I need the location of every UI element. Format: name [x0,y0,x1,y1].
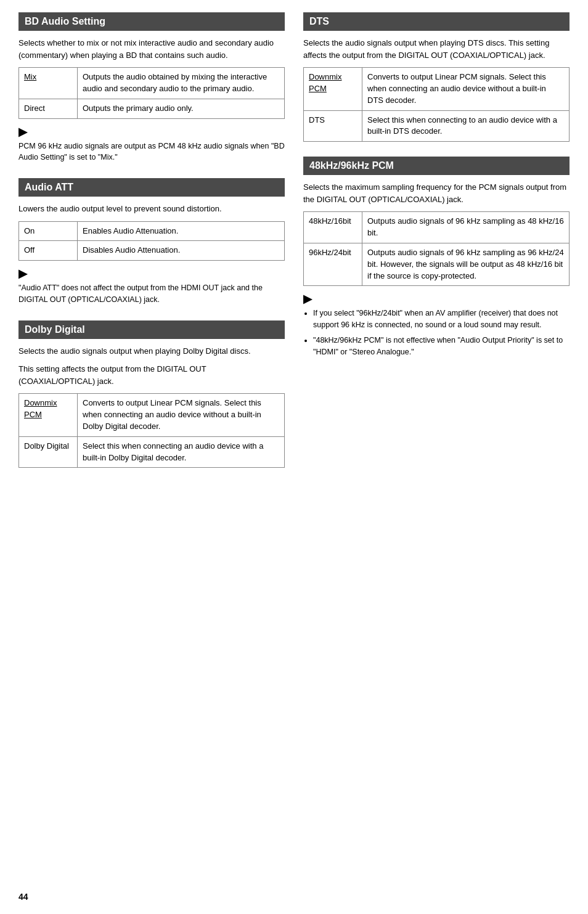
table-row: DTS Select this when connecting to an au… [304,110,570,142]
left-column: BD Audio Setting Selects whether to mix … [18,12,285,483]
option-dolby-digital-desc: Select this when connecting an audio dev… [78,436,285,468]
pcm-bullet-list: If you select "96kHz/24bit" when an AV a… [313,308,570,357]
dts-header: DTS [303,12,570,31]
option-48khz-desc: Outputs audio signals of 96 kHz sampling… [362,212,570,243]
option-direct: Direct [19,99,78,118]
note-icon: ▶ [18,125,285,139]
audio-att-table: On Enables Audio Attenuation. Off Disabl… [18,221,285,261]
option-off: Off [19,241,78,261]
note-icon: ▶ [303,292,570,306]
option-on-desc: Enables Audio Attenuation. [78,221,285,241]
pcm-header: 48kHz/96kHz PCM [303,157,570,175]
option-96khz-desc: Outputs audio signals of 96 kHz sampling… [362,243,570,286]
table-row: Downmix PCM Converts to output Linear PC… [304,68,570,111]
bd-audio-table: Mix Outputs the audio obtained by mixing… [18,67,285,119]
table-row: 48kHz/16bit Outputs audio signals of 96 … [304,212,570,243]
option-downmix-pcm-dts-desc: Converts to output Linear PCM signals. S… [362,68,570,111]
table-row: Downmix PCM Converts to output Linear PC… [19,394,285,437]
dolby-digital-section: Dolby Digital Selects the audio signals … [18,320,285,468]
option-dolby-digital: Dolby Digital [19,436,78,468]
option-96khz: 96kHz/24bit [304,243,362,286]
option-dts-desc: Select this when connecting to an audio … [362,110,570,142]
note-text: PCM 96 kHz audio signals are output as P… [18,142,285,162]
option-mix-desc: Outputs the audio obtained by mixing the… [78,68,285,99]
page-number: 44 [18,892,28,902]
dts-desc: Selects the audio signals output when pl… [303,37,570,61]
option-downmix-pcm-dts: Downmix PCM [304,68,362,111]
table-row: 96kHz/24bit Outputs audio signals of 96 … [304,243,570,286]
option-48khz: 48kHz/16bit [304,212,362,243]
bd-audio-section: BD Audio Setting Selects whether to mix … [18,12,285,163]
table-row: Off Disables Audio Attenuation. [19,241,285,261]
audio-att-desc: Lowers the audio output level to prevent… [18,203,285,215]
option-downmix-pcm-desc: Converts to output Linear PCM signals. S… [78,394,285,437]
list-item: "48kHz/96kHz PCM" is not effective when … [313,335,570,358]
note-text: "Audio ATT" does not affect the output f… [18,284,263,304]
bd-audio-desc: Selects whether to mix or not mix intera… [18,37,285,61]
pcm-section: 48kHz/96kHz PCM Selects the maximum samp… [303,157,570,357]
option-dts: DTS [304,110,362,142]
option-downmix-pcm: Downmix PCM [19,394,78,437]
list-item: If you select "96kHz/24bit" when an AV a… [313,308,570,331]
dolby-digital-table: Downmix PCM Converts to output Linear PC… [18,393,285,468]
pcm-desc: Selects the maximum sampling frequency f… [303,181,570,205]
table-row: Dolby Digital Select this when connectin… [19,436,285,468]
note-icon: ▶ [18,267,285,280]
audio-att-note: ▶ "Audio ATT" does not affect the output… [18,267,285,306]
audio-att-header: Audio ATT [18,178,285,197]
table-row: Direct Outputs the primary audio only. [19,99,285,118]
dolby-digital-desc1: Selects the audio signals output when pl… [18,345,285,357]
table-row: On Enables Audio Attenuation. [19,221,285,241]
pcm-note: ▶ If you select "96kHz/24bit" when an AV… [303,292,570,357]
dts-table: Downmix PCM Converts to output Linear PC… [303,67,570,142]
right-column: DTS Selects the audio signals output whe… [303,12,570,483]
audio-att-section: Audio ATT Lowers the audio output level … [18,178,285,306]
pcm-table: 48kHz/16bit Outputs audio signals of 96 … [303,211,570,286]
dolby-digital-desc2: This setting affects the output from the… [18,363,285,387]
option-on: On [19,221,78,241]
dolby-digital-header: Dolby Digital [18,320,285,339]
bd-audio-header: BD Audio Setting [18,12,285,31]
option-direct-desc: Outputs the primary audio only. [78,99,285,118]
dts-section: DTS Selects the audio signals output whe… [303,12,570,142]
bd-audio-note: ▶ PCM 96 kHz audio signals are output as… [18,125,285,164]
table-row: Mix Outputs the audio obtained by mixing… [19,68,285,99]
option-mix: Mix [19,68,78,99]
option-off-desc: Disables Audio Attenuation. [78,241,285,261]
